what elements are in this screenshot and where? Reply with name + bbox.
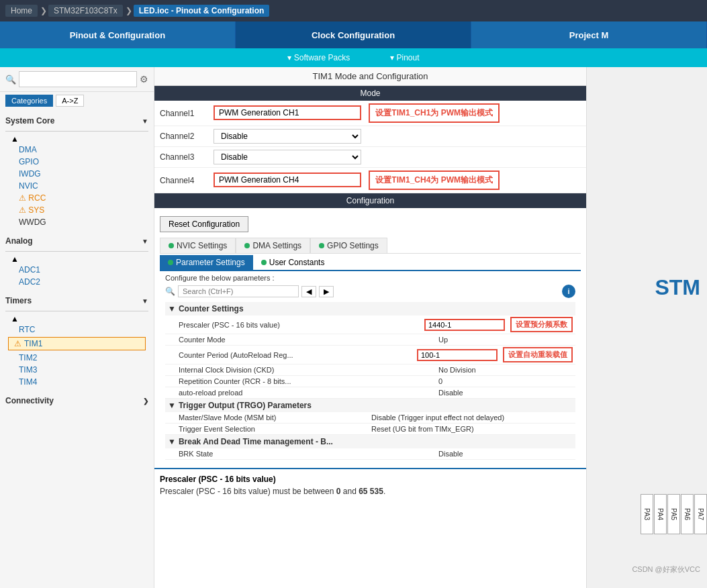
sidebar-section-system-core-header[interactable]: System Core ▼ — [5, 113, 148, 128]
prescaler-annotation: 设置预分频系数 — [510, 317, 573, 332]
analog-label: Analog — [5, 236, 33, 246]
content-title: TIM1 Mode and Configuration — [154, 67, 586, 86]
up-arrow-3: ▲ — [5, 314, 148, 324]
tab-pinout[interactable]: Pinout & Configuration — [0, 21, 236, 48]
channel2-select[interactable]: Disable — [214, 129, 361, 144]
settings-tab-nvic[interactable]: NVIC Settings — [160, 238, 236, 253]
trigger-event-row: Trigger Event Selection Reset (UG bit fr… — [165, 424, 575, 435]
settings-tabs-row2: Parameter Settings User Constants — [160, 255, 581, 271]
sidebar-item-tim2[interactable]: TIM2 — [5, 352, 148, 364]
channel3-label: Channel3 — [154, 147, 208, 168]
trigger-settings-header: ▼ Trigger Output (TRGO) Parameters — [165, 399, 575, 412]
bottom-info-end: . — [383, 487, 385, 496]
counter-period-input[interactable] — [417, 349, 498, 361]
settings-tab-gpio[interactable]: GPIO Settings — [310, 238, 387, 253]
tim1-warning-icon: ⚠ — [14, 339, 21, 348]
pin-pa3: PA3 — [641, 494, 653, 534]
sidebar-section-analog-header[interactable]: Analog ▼ — [5, 234, 148, 248]
msm-value: Disable (Trigger input effect not delaye… — [371, 413, 573, 422]
param-search-input[interactable] — [178, 285, 299, 297]
breadcrumb-file[interactable]: LED.ioc - Pinout & Configuration — [134, 5, 270, 17]
sidebar-tab-az[interactable]: A->Z — [56, 95, 84, 107]
msm-name: Master/Slave Mode (MSM bit) — [179, 413, 371, 422]
breadcrumb-home[interactable]: Home — [5, 5, 38, 17]
sidebar-item-adc1[interactable]: ADC1 — [5, 264, 148, 276]
channel1-input[interactable] — [214, 105, 361, 120]
channel3-select[interactable]: Disable — [214, 150, 361, 164]
sidebar-tab-categories[interactable]: Categories — [5, 95, 53, 107]
brk-state-name: BRK State — [179, 450, 438, 458]
analog-chevron: ▼ — [142, 238, 148, 245]
mode-section-header: Mode — [154, 86, 586, 101]
settings-tab2-param[interactable]: Parameter Settings — [160, 255, 253, 270]
channel2-value-cell: Disable — [208, 126, 586, 147]
counter-mode-row: Counter Mode Up — [165, 334, 575, 346]
prescaler-input[interactable] — [424, 319, 505, 331]
breadcrumb-arrow-1: ❯ — [40, 6, 47, 15]
info-button[interactable]: i — [562, 285, 575, 298]
gear-icon[interactable]: ⚙ — [140, 74, 148, 85]
csdn-watermark: CSDN @好家伙VCC — [632, 565, 700, 575]
pin-labels-container: PA3 PA4 PA5 PA6 PA7 — [641, 494, 707, 534]
main-tab-bar: Pinout & Configuration Clock Configurati… — [0, 21, 707, 48]
sidebar-item-nvic[interactable]: NVIC — [5, 180, 148, 192]
sub-tab-software-packs[interactable]: ▾ Software Packs — [287, 53, 350, 62]
sidebar-item-sys[interactable]: SYS — [5, 204, 148, 216]
sidebar-item-rtc[interactable]: RTC — [5, 324, 148, 336]
channel1-label: Channel1 — [154, 101, 208, 126]
tab-project[interactable]: Project M — [471, 21, 707, 48]
counter-collapse-icon[interactable]: ▼ — [168, 304, 176, 313]
sidebar-item-wwdg[interactable]: WWDG — [5, 216, 148, 228]
sidebar-item-dma[interactable]: DMA — [5, 144, 148, 156]
sidebar-item-gpio[interactable]: GPIO — [5, 156, 148, 168]
sidebar: 🔍 ⚙ Categories A->Z System Core ▼ ▲ DMA … — [0, 67, 154, 588]
breadcrumb-chip[interactable]: STM32F103C8Tx — [48, 5, 123, 17]
counter-mode-value: Up — [438, 336, 573, 344]
sidebar-item-tim3[interactable]: TIM3 — [5, 364, 148, 376]
sidebar-item-tim1[interactable]: ⚠ TIM1 — [8, 337, 146, 350]
reset-config-button[interactable]: Reset Configuration — [160, 216, 248, 232]
channel3-row: Channel3 Disable — [154, 147, 586, 168]
rep-counter-value: 0 — [438, 377, 573, 385]
param-search-icon: 🔍 — [165, 287, 175, 296]
settings-tab2-user[interactable]: User Constants — [253, 255, 333, 270]
right-panel: STM PA3 PA4 PA5 PA6 PA7 CSDN @好家伙VCC — [586, 67, 707, 588]
sidebar-section-connectivity-header[interactable]: Connectivity ❯ — [5, 393, 148, 408]
param-prev-button[interactable]: ◀ — [301, 286, 316, 297]
sidebar-item-adc2[interactable]: ADC2 — [5, 276, 148, 288]
bottom-info-text-prefix: Prescaler (PSC - 16 bits value) must be … — [160, 487, 336, 496]
param-area: Configure the below parameters : 🔍 ◀ ▶ i… — [160, 271, 581, 462]
break-collapse-icon[interactable]: ▼ — [168, 437, 176, 446]
sidebar-section-timers-header[interactable]: Timers ▼ — [5, 293, 148, 308]
sidebar-item-tim4[interactable]: TIM4 — [5, 376, 148, 388]
prescaler-name: Prescaler (PSC - 16 bits value) — [179, 321, 424, 329]
trigger-collapse-icon[interactable]: ▼ — [168, 401, 176, 410]
bottom-info-mid: and — [340, 487, 359, 496]
param-search-row: 🔍 ◀ ▶ i — [165, 285, 575, 298]
param-tab-label: Parameter Settings — [176, 258, 245, 267]
channel1-value-cell: 设置TIM1_CH1为 PWM输出模式 — [208, 101, 586, 126]
settings-tab-dma[interactable]: DMA Settings — [236, 238, 310, 253]
channel4-annotation: 设置TIM1_CH4为 PWM输出模式 — [369, 170, 500, 190]
trigger-event-name: Trigger Event Selection — [179, 425, 371, 433]
up-arrow-1: ▲ — [5, 134, 148, 144]
counter-period-value — [417, 349, 498, 361]
sub-tab-pinout[interactable]: ▾ Pinout — [390, 53, 419, 62]
nvic-tab-label: NVIC Settings — [177, 241, 227, 250]
sidebar-section-timers: Timers ▼ ▲ RTC ⚠ TIM1 TIM2 TIM3 TIM4 — [0, 289, 154, 389]
channel4-row: Channel4 设置TIM1_CH4为 PWM输出模式 — [154, 168, 586, 193]
autoreload-row: auto-reload preload Disable — [165, 387, 575, 399]
sidebar-item-rcc[interactable]: RCC — [5, 192, 148, 204]
channel4-input[interactable] — [214, 173, 361, 187]
param-dot — [168, 260, 173, 265]
pin-pa7: PA7 — [694, 494, 707, 534]
sidebar-search-area: 🔍 ⚙ — [0, 67, 154, 92]
settings-tabs-row1: NVIC Settings DMA Settings GPIO Settings — [160, 238, 581, 254]
msm-row: Master/Slave Mode (MSM bit) Disable (Tri… — [165, 412, 575, 424]
sidebar-item-iwdg[interactable]: IWDG — [5, 168, 148, 180]
autoreload-value: Disable — [438, 389, 573, 397]
tab-clock[interactable]: Clock Configuration — [236, 21, 471, 48]
search-input[interactable] — [19, 71, 137, 87]
channel2-label: Channel2 — [154, 126, 208, 147]
param-next-button[interactable]: ▶ — [319, 286, 334, 297]
